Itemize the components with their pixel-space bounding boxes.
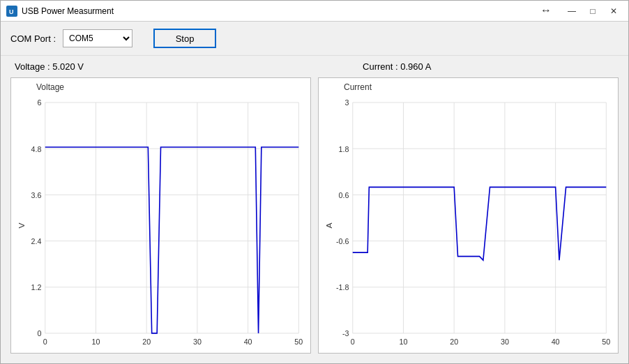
voltage-chart-title: Voltage [36,82,306,92]
current-chart-title: Current [344,82,614,92]
svg-text:V: V [17,222,26,228]
svg-text:30: 30 [193,338,202,346]
readings-bar: Voltage : 5.020 V Current : 0.960 A [1,56,628,77]
svg-text:50: 50 [294,338,303,346]
voltage-chart-wrapper: V [15,95,306,349]
charts-area: Voltage V [1,77,628,363]
svg-text:40: 40 [552,338,560,346]
svg-text:-1.8: -1.8 [336,283,349,291]
svg-text:20: 20 [450,338,458,346]
svg-text:30: 30 [501,338,509,346]
svg-text:A: A [324,222,334,228]
window-controls: ↔ — □ ✕ [540,4,623,18]
svg-text:-3: -3 [342,329,349,338]
minimize-button[interactable]: — [563,4,581,18]
app-icon: U [6,6,17,17]
svg-text:U: U [9,8,14,15]
svg-text:6: 6 [37,98,41,107]
title-bar: U USB Power Measurment ↔ — □ ✕ [1,1,628,22]
svg-text:0.6: 0.6 [339,191,349,199]
svg-text:10: 10 [92,338,100,346]
stop-button[interactable]: Stop [153,29,216,48]
svg-text:0: 0 [351,338,355,346]
current-reading: Current : 0.960 A [363,61,431,72]
com-port-label: COM Port : [10,33,56,44]
resize-icon: ↔ [540,4,553,18]
svg-text:3.6: 3.6 [31,191,42,199]
svg-text:40: 40 [244,338,252,346]
svg-text:3: 3 [344,98,349,107]
voltage-chart-svg: V [15,95,306,349]
svg-text:1.8: 1.8 [339,144,349,153]
maximize-button[interactable]: □ [584,4,602,18]
svg-text:2.4: 2.4 [31,237,42,245]
svg-text:0: 0 [43,338,47,346]
svg-text:10: 10 [400,338,408,346]
com-port-select[interactable]: COM5 COM1 COM2 COM3 COM4 COM6 [63,29,132,47]
svg-text:1.2: 1.2 [31,283,42,291]
svg-text:-0.6: -0.6 [336,237,349,245]
window-title: USB Power Measurment [22,6,540,16]
current-chart-container: Current A [318,77,619,354]
main-window: U USB Power Measurment ↔ — □ ✕ COM Port … [0,0,629,364]
svg-text:4.8: 4.8 [31,144,42,153]
current-chart-svg: A 3 [323,95,614,349]
svg-text:0: 0 [37,329,41,338]
toolbar: COM Port : COM5 COM1 COM2 COM3 COM4 COM6… [1,22,628,56]
svg-text:20: 20 [142,338,151,346]
voltage-chart-container: Voltage V [10,77,311,354]
voltage-reading: Voltage : 5.020 V [15,61,84,72]
close-button[interactable]: ✕ [605,4,623,18]
current-chart-wrapper: A 3 [323,95,614,349]
svg-text:50: 50 [602,338,610,346]
